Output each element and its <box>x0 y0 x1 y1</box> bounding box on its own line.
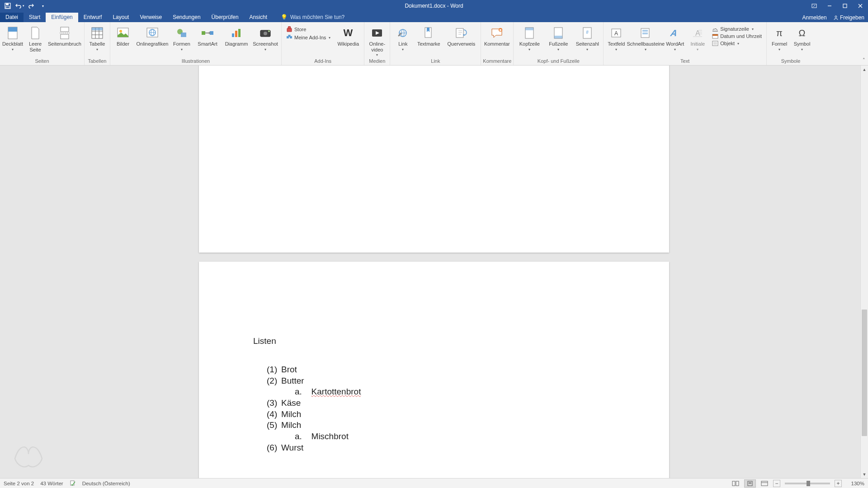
smartart-button[interactable]: SmartArt <box>193 25 222 47</box>
my-addins-button[interactable]: Meine Add-Ins▾ <box>284 34 332 41</box>
table-button[interactable]: Tabelle▾ <box>86 25 108 52</box>
heading-listen[interactable]: Listen <box>253 336 615 346</box>
cover-page-icon <box>5 26 20 40</box>
numbered-list[interactable]: (1)Brot (2)Butter a. Kartottenbrot (3)Kä… <box>253 364 615 454</box>
chart-button[interactable]: Diagramm <box>222 25 250 47</box>
view-web-layout[interactable] <box>759 479 770 488</box>
vertical-scrollbar[interactable]: ▲ ▼ <box>860 66 868 478</box>
screenshot-button[interactable]: + Screenshot▾ <box>251 25 279 52</box>
tab-review[interactable]: Überprüfen <box>206 13 244 22</box>
wikipedia-icon: W <box>341 26 355 40</box>
object-button[interactable]: Objekt▾ <box>710 40 764 47</box>
view-read-mode[interactable] <box>730 479 741 488</box>
wikipedia-button[interactable]: W Wikipedia <box>334 25 362 47</box>
document-viewport[interactable]: Listen (1)Brot (2)Butter a. Kartottenbro… <box>0 66 868 478</box>
list-item: (1)Brot <box>267 364 615 375</box>
footer-button[interactable]: Fußzeile▾ <box>544 25 572 52</box>
cross-reference-button[interactable]: Querverweis <box>443 25 479 47</box>
tab-insert[interactable]: Einfügen <box>46 13 78 22</box>
page-2[interactable]: Listen (1)Brot (2)Butter a. Kartottenbro… <box>199 262 669 478</box>
save-icon[interactable] <box>3 1 13 11</box>
redo-button[interactable] <box>26 1 36 11</box>
svg-rect-78 <box>736 481 739 486</box>
drop-cap-button[interactable]: A Initiale▾ <box>687 25 708 52</box>
equation-button[interactable]: π Formel▾ <box>769 25 790 52</box>
signin-link[interactable]: Anmelden <box>802 14 827 21</box>
document-content[interactable]: Listen (1)Brot (2)Butter a. Kartottenbro… <box>199 262 669 454</box>
page-break-button[interactable]: Seitenumbruch <box>47 25 82 47</box>
close-button[interactable] <box>853 0 868 12</box>
zoom-out-button[interactable]: − <box>773 480 780 487</box>
footer-icon <box>551 26 566 40</box>
store-button[interactable]: Store <box>284 26 332 33</box>
tab-design[interactable]: Entwurf <box>78 13 108 22</box>
date-time-button[interactable]: Datum und Uhrzeit <box>710 33 764 39</box>
signature-line-button[interactable]: Signaturzeile▾ <box>710 26 764 32</box>
group-symbols: π Formel▾ Ω Symbol▾ Symbole <box>767 22 815 65</box>
tab-mailings[interactable]: Sendungen <box>167 13 206 22</box>
spelling-error[interactable]: Kartottenbrot <box>311 387 361 396</box>
cover-page-button[interactable]: Deckblatt▾ <box>2 25 24 52</box>
textbox-button[interactable]: A Textfeld▾ <box>605 25 627 52</box>
tab-file[interactable]: Datei <box>0 13 24 22</box>
share-button[interactable]: Freigeben <box>833 14 864 21</box>
view-print-layout[interactable] <box>744 479 756 488</box>
tab-layout[interactable]: Layout <box>107 13 134 22</box>
page-1[interactable] <box>199 66 669 253</box>
status-proofing-icon[interactable] <box>70 480 76 487</box>
status-language[interactable]: Deutsch (Österreich) <box>82 481 130 486</box>
zoom-slider[interactable] <box>785 483 830 484</box>
quick-parts-icon <box>638 26 653 40</box>
collapse-ribbon-icon[interactable]: ˄ <box>863 57 865 63</box>
ribbon-display-options-icon[interactable] <box>807 0 822 12</box>
quick-access-toolbar: ▾ ▾ <box>0 1 48 11</box>
svg-rect-5 <box>843 4 847 8</box>
tab-references[interactable]: Verweise <box>134 13 167 22</box>
maximize-button[interactable] <box>837 0 853 12</box>
scroll-up-icon[interactable]: ▲ <box>861 66 868 73</box>
online-pictures-icon <box>145 26 160 40</box>
shapes-icon <box>175 26 189 40</box>
list-item: (3)Käse <box>267 398 615 409</box>
title-bar: ▾ ▾ Dokument1.docx - Word <box>0 0 868 12</box>
zoom-in-button[interactable]: + <box>835 480 842 487</box>
qat-customize-icon[interactable]: ▾ <box>38 1 48 11</box>
shapes-button[interactable]: Formen▾ <box>171 25 193 52</box>
online-video-icon <box>370 26 384 40</box>
bookmark-button[interactable]: Textmarke <box>415 25 443 47</box>
quick-parts-button[interactable]: Schnellbausteine▾ <box>628 25 663 52</box>
group-header-footer: Kopfzeile▾ Fußzeile▾ # Seitenzahl▾ Kopf-… <box>514 22 604 65</box>
status-page[interactable]: Seite 2 von 2 <box>4 481 34 486</box>
zoom-level[interactable]: 130% <box>844 481 864 486</box>
group-pages: Deckblatt▾ Leere Seite Seitenumbruch Sei… <box>0 22 85 65</box>
symbol-button[interactable]: Ω Symbol▾ <box>791 25 813 52</box>
svg-rect-32 <box>235 31 237 37</box>
online-pictures-button[interactable]: Onlinegrafiken <box>135 25 170 47</box>
undo-button[interactable]: ▾ <box>14 1 24 11</box>
svg-rect-12 <box>61 34 69 39</box>
tell-me-search[interactable]: 💡 Was möchten Sie tun? <box>281 14 344 22</box>
tab-view[interactable]: Ansicht <box>244 13 273 22</box>
page-number-button[interactable]: # Seitenzahl▾ <box>573 25 601 52</box>
sub-list[interactable]: a. Mischbrot <box>267 431 615 442</box>
list-item: (6)Wurst <box>267 442 615 454</box>
scroll-thumb[interactable] <box>862 310 867 436</box>
scroll-down-icon[interactable]: ▼ <box>861 470 868 478</box>
pictures-button[interactable]: Bilder <box>112 25 134 47</box>
group-text: A Textfeld▾ Schnellbausteine▾ A WordArt▾… <box>604 22 767 65</box>
comment-button[interactable]: ✱ Kommentar <box>483 25 511 47</box>
drop-cap-icon: A <box>690 26 705 40</box>
link-button[interactable]: Link▾ <box>392 25 414 52</box>
svg-rect-28 <box>202 31 205 35</box>
online-video-button[interactable]: Online-video▾ <box>366 25 388 57</box>
status-word-count[interactable]: 43 Wörter <box>40 481 63 486</box>
list-item: (2)Butter a. Kartottenbrot <box>267 375 615 398</box>
group-illustrations: Bilder Onlinegrafiken Formen▾ SmartArt D… <box>110 22 282 65</box>
tab-home[interactable]: Start <box>24 13 46 22</box>
sub-list[interactable]: a. Kartottenbrot <box>267 386 615 398</box>
blank-page-button[interactable]: Leere Seite <box>24 25 46 52</box>
wordart-button[interactable]: A WordArt▾ <box>664 25 686 52</box>
zoom-slider-thumb[interactable] <box>807 481 810 486</box>
header-button[interactable]: Kopfzeile▾ <box>515 25 543 52</box>
minimize-button[interactable] <box>822 0 837 12</box>
